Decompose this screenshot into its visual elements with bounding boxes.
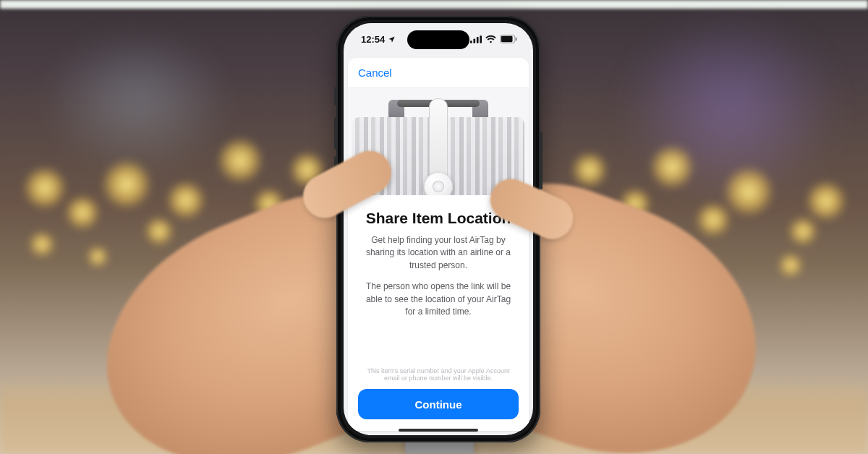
volume-up-button[interactable] — [334, 117, 336, 149]
wifi-icon — [485, 35, 496, 43]
power-button[interactable] — [540, 132, 542, 189]
sheet-title: Share Item Location — [366, 210, 511, 227]
svg-rect-5 — [501, 36, 513, 42]
iphone-frame: 12:54 — [336, 16, 540, 442]
svg-rect-0 — [470, 40, 472, 43]
svg-rect-6 — [516, 38, 517, 41]
cellular-signal-icon — [470, 35, 482, 43]
dynamic-island[interactable] — [407, 30, 469, 49]
airtag-icon — [424, 172, 453, 195]
svg-rect-3 — [480, 35, 482, 43]
location-arrow-icon — [388, 35, 396, 43]
battery-icon — [500, 35, 517, 43]
home-indicator[interactable] — [399, 429, 478, 432]
share-location-sheet: Cancel Share Item Location Get help find… — [348, 58, 529, 431]
svg-rect-1 — [473, 38, 475, 43]
sheet-paragraph-2: The person who opens the link will be ab… — [362, 280, 514, 318]
continue-button[interactable]: Continue — [358, 389, 519, 419]
photo-background: 12:54 — [0, 0, 868, 454]
sheet-fineprint: This item's serial number and your Apple… — [348, 367, 529, 382]
cancel-button[interactable]: Cancel — [358, 67, 392, 79]
phone-screen: 12:54 — [344, 23, 533, 435]
status-time: 12:54 — [361, 34, 385, 45]
action-button[interactable] — [334, 87, 336, 106]
sheet-paragraph-1: Get help finding your lost AirTag by sha… — [362, 234, 514, 272]
sheet-nav-bar: Cancel — [348, 58, 529, 87]
svg-rect-2 — [477, 36, 479, 43]
